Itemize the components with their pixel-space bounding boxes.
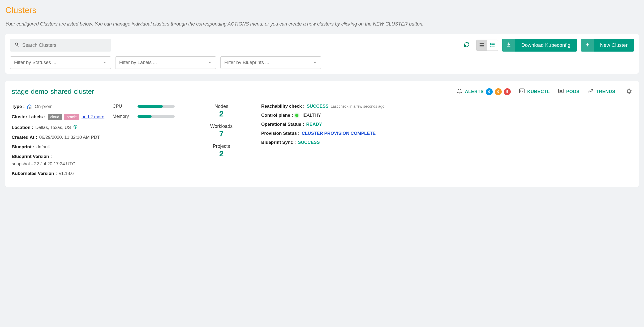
- resource-column: CPU Memory: [113, 104, 182, 181]
- more-labels-link[interactable]: and 2 more: [81, 114, 104, 120]
- op-value: READY: [306, 122, 322, 127]
- search-input-wrapper[interactable]: [10, 39, 111, 52]
- kubectl-link[interactable]: KUBECTL: [519, 88, 550, 95]
- svg-rect-9: [559, 89, 563, 93]
- filter-labels-select[interactable]: Filter by Labels ...: [115, 56, 216, 69]
- refresh-button[interactable]: [461, 40, 472, 51]
- filter-status-label: Filter by Statuses ...: [14, 60, 56, 65]
- label-tag-cloud: cloud: [48, 114, 62, 120]
- toolbar-card: Download Kubeconfig New Cluster Filter b…: [5, 34, 639, 74]
- refresh-icon: [463, 41, 470, 49]
- bell-icon: [456, 88, 463, 95]
- terminal-icon: [519, 88, 525, 95]
- svg-rect-8: [520, 89, 524, 93]
- created-value: 06/29/2020, 11:32:10 AM PDT: [39, 135, 100, 140]
- new-cluster-button[interactable]: New Cluster: [581, 39, 634, 52]
- filter-labels-label: Filter by Labels ...: [119, 60, 157, 65]
- status-dot-icon: [295, 114, 298, 117]
- bpver-key: Blueprint Version :: [12, 154, 52, 159]
- svg-point-7: [490, 46, 491, 47]
- cluster-card: stage-demo-shared-cluster ALERTS 0 0 5 K…: [5, 81, 639, 187]
- projects-key: Projects: [187, 144, 256, 149]
- cpu-label: CPU: [113, 104, 131, 109]
- workloads-value: 7: [187, 129, 256, 138]
- reach-key: Reachability check :: [261, 104, 304, 109]
- svg-rect-12: [29, 107, 31, 109]
- created-key: Created At :: [12, 135, 37, 140]
- cp-key: Control plane :: [261, 113, 293, 118]
- pods-link[interactable]: PODS: [558, 88, 579, 95]
- k8s-key: Kubernetes Version :: [12, 171, 57, 176]
- rows-icon: [479, 42, 485, 49]
- chevron-down-icon: [99, 60, 107, 65]
- pods-label: PODS: [566, 89, 579, 94]
- counts-column: Nodes 2 Workloads 7 Projects 2: [187, 104, 256, 181]
- cpu-bar: [138, 105, 175, 108]
- op-key: Operational Status :: [261, 122, 304, 127]
- memory-bar: [138, 115, 175, 118]
- filter-blueprints-select[interactable]: Filter by Blueprints ...: [220, 56, 321, 69]
- type-value: On-prem: [35, 104, 53, 109]
- alert-badge-info: 0: [486, 88, 493, 95]
- list-icon: [490, 42, 495, 49]
- new-cluster-label: New Cluster: [594, 42, 634, 48]
- alert-badge-warn: 0: [495, 88, 502, 95]
- prov-value: CLUSTER PROVISION COMPLETE: [302, 131, 376, 136]
- location-key: Location :: [12, 125, 33, 130]
- reach-value: SUCCESS: [307, 104, 328, 109]
- label-tag-oracle: oracle: [64, 114, 79, 120]
- download-kubeconfig-label: Download Kubeconfig: [515, 42, 577, 48]
- blueprint-value: default: [36, 144, 50, 150]
- view-card-button[interactable]: [476, 40, 487, 51]
- workloads-key: Workloads: [187, 124, 256, 129]
- kubectl-label: KUBECTL: [527, 89, 550, 94]
- svg-rect-1: [479, 45, 484, 47]
- trends-label: TRENDS: [596, 89, 615, 94]
- sync-value: SUCCESS: [298, 140, 320, 145]
- trends-icon: [587, 88, 594, 95]
- page-title: Clusters: [5, 5, 639, 15]
- chevron-down-icon: [204, 60, 212, 65]
- gear-icon: [625, 91, 632, 95]
- location-value: Dallas, Texas, US: [35, 125, 71, 130]
- alerts-link[interactable]: ALERTS 0 0 5: [456, 88, 511, 95]
- view-toggle: [476, 40, 498, 51]
- trends-link[interactable]: TRENDS: [587, 88, 615, 95]
- search-icon: [14, 42, 22, 48]
- nodes-key: Nodes: [187, 104, 256, 109]
- labels-key: Cluster Labels :: [12, 114, 46, 120]
- reach-note: Last check in a few seconds ago: [331, 104, 384, 108]
- download-icon: [506, 42, 511, 48]
- svg-point-5: [490, 43, 491, 44]
- cluster-name-link[interactable]: stage-demo-shared-cluster: [12, 87, 94, 96]
- projects-value: 2: [187, 149, 256, 158]
- chevron-down-icon: [309, 60, 317, 65]
- svg-point-13: [75, 126, 76, 128]
- alerts-label: ALERTS: [465, 89, 484, 94]
- cp-value: HEALTHY: [300, 113, 321, 118]
- svg-point-6: [490, 44, 491, 45]
- sync-key: Blueprint Sync :: [261, 140, 296, 145]
- filter-blueprints-label: Filter by Blueprints ...: [224, 60, 269, 65]
- filter-status-select[interactable]: Filter by Statuses ...: [10, 56, 111, 69]
- onprem-icon: [27, 104, 33, 110]
- plus-icon: [585, 42, 590, 48]
- nodes-value: 2: [187, 109, 256, 118]
- alert-badge-crit: 5: [504, 88, 511, 95]
- prov-key: Provision Status :: [261, 131, 300, 136]
- memory-label: Memory: [113, 114, 131, 119]
- settings-button[interactable]: [625, 88, 632, 96]
- blueprint-key: Blueprint :: [12, 144, 34, 150]
- view-list-button[interactable]: [487, 40, 498, 51]
- bpver-value: snapshot - 22 Jul 20 17:24 UTC: [12, 161, 75, 167]
- status-column: Reachability check : SUCCESS Last check …: [261, 104, 632, 181]
- pods-icon: [558, 88, 564, 95]
- svg-rect-0: [479, 43, 484, 44]
- search-input[interactable]: [22, 43, 107, 48]
- type-key: Type :: [12, 104, 25, 109]
- k8s-value: v1.18.6: [59, 171, 74, 176]
- svg-point-14: [74, 125, 77, 128]
- meta-column: Type : On-prem Cluster Labels : cloud or…: [12, 104, 107, 181]
- location-icon: [73, 124, 78, 131]
- download-kubeconfig-button[interactable]: Download Kubeconfig: [502, 39, 577, 52]
